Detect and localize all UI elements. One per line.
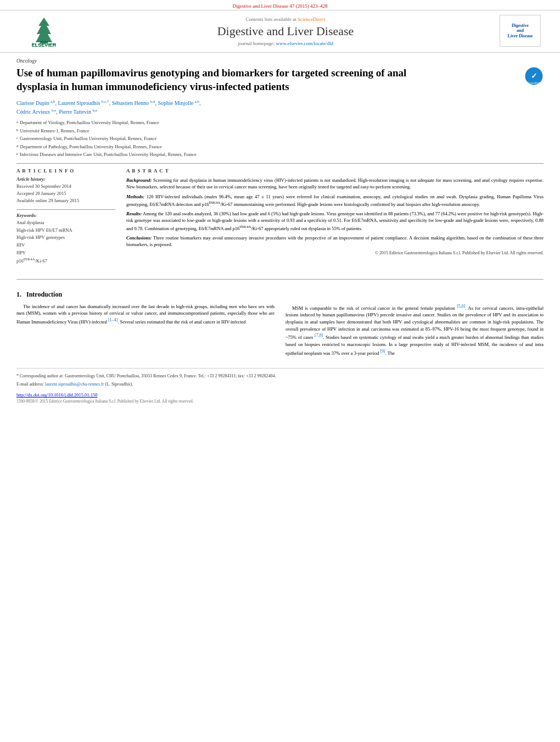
abstract-results: Results: Among the 120 anal swabs analyz… <box>126 210 544 232</box>
sciencedirect-link[interactable]: ScienceDirect <box>298 16 325 22</box>
sciencedirect-prefix: Contents lists available at <box>246 16 296 22</box>
journal-logo-box: DigestiveandLiver Disease <box>500 15 541 47</box>
ref-1-4[interactable]: [1–4] <box>108 317 117 322</box>
divider <box>16 163 544 164</box>
available-date: Available online 29 January 2015 <box>16 197 115 204</box>
introduction-body: The incidence of anal cancer has dramati… <box>16 303 544 360</box>
results-text: Among the 120 anal swabs analyzed, 36 (3… <box>126 211 544 231</box>
journal-header: ELSEVIER ELSEVIER Contents lists availab… <box>0 10 560 53</box>
sciencedirect-info: Contents lists available at ScienceDirec… <box>71 16 500 22</box>
keyword-3: High-risk HPV genotypes <box>16 234 115 242</box>
crossmark-icon[interactable]: ✓ CrossMark <box>524 66 544 86</box>
journal-center-info: Contents lists available at ScienceDirec… <box>71 16 500 46</box>
ref-5-6[interactable]: [5,6] <box>457 304 465 309</box>
issn-text: 1590-8658/© 2015 Editrice Gastroenterolo… <box>16 399 544 404</box>
background-text: Screening for anal dysplasia in human im… <box>126 177 544 189</box>
affiliation-a: a Department of Virology, Pontchaillou U… <box>16 119 544 127</box>
introduction-title: 1. Introduction <box>16 291 544 299</box>
ref-9[interactable]: [9] <box>380 349 385 354</box>
journal-logo-right: DigestiveandLiver Disease <box>500 15 544 48</box>
authors: Clarisse Dupin a,b, Laurent Siproudhis b… <box>16 99 544 116</box>
intro-col-left: The incidence of anal cancer has dramati… <box>16 303 275 360</box>
intro-para-2: MSM is comparable to the risk of cervica… <box>285 303 544 357</box>
affiliation-c: c Gastroenterology Unit, Pontchaillou Un… <box>16 135 544 143</box>
article-history: Article history: Received 30 September 2… <box>16 176 115 204</box>
info-abstract-section: A R T I C L E I N F O Article history: R… <box>16 168 544 271</box>
journal-citation: Digestive and Liver Disease 47 (2015) 42… <box>0 0 560 10</box>
intro-col-right: MSM is comparable to the risk of cervica… <box>285 303 544 360</box>
article-section-label: Oncology <box>16 58 544 64</box>
email-note: E-mail address: laurent.siproudhis@chu-r… <box>16 381 544 388</box>
article-info-title: A R T I C L E I N F O <box>16 168 115 174</box>
elsevier-logo-area: ELSEVIER ELSEVIER <box>16 15 71 48</box>
citation-text: Digestive and Liver Disease 47 (2015) 42… <box>233 3 328 9</box>
homepage-prefix: journal homepage: <box>238 41 275 46</box>
copyright: © 2015 Editrice Gastroenterologica Itali… <box>126 250 544 255</box>
abstract-background: Background: Screening for anal dysplasia… <box>126 177 544 191</box>
svg-text:CrossMark: CrossMark <box>527 81 541 85</box>
journal-title: Digestive and Liver Disease <box>71 24 500 38</box>
keywords-group: Keywords: Anal dysplasia High-risk HPV E… <box>16 213 115 265</box>
journal-homepage: journal homepage: www.elsevier.com/locat… <box>71 41 500 46</box>
conclusions-label: Conclusions: <box>126 235 152 241</box>
doi-link: http://dx.doi.org/10.1016/j.dld.2015.01.… <box>16 392 544 398</box>
keyword-4: HIV <box>16 242 115 249</box>
keyword-6: p16INK4A/Ki-67 <box>16 256 115 265</box>
methods-label: Methods: <box>126 194 144 199</box>
ref-7-8[interactable]: [7,8] <box>315 333 323 338</box>
article-title: Use of human papillomavirus genotyping a… <box>16 66 434 93</box>
keyword-2: High-risk HPV E6/E7 mRNA <box>16 227 115 235</box>
page: Digestive and Liver Disease 47 (2015) 42… <box>0 0 560 742</box>
affiliation-d: d Department of Pathology, Pontchaillou … <box>16 143 544 151</box>
abstract-column: A B S T R A C T Background: Screening fo… <box>126 168 544 271</box>
abstract-methods: Methods: 120 HIV-infected individuals (m… <box>126 193 544 208</box>
keyword-5: HPV <box>16 249 115 257</box>
article-content: Oncology Use of human papillomavirus gen… <box>0 53 560 409</box>
info-divider <box>16 209 115 210</box>
affiliation-b: b Université Rennes-1, Rennes, France <box>16 127 544 135</box>
email-link[interactable]: laurent.siproudhis@chu-rennes.fr <box>45 382 104 387</box>
title-area: Use of human papillomavirus genotyping a… <box>16 66 544 99</box>
intro-para-1: The incidence of anal cancer has dramati… <box>16 303 275 326</box>
affiliations: a Department of Virology, Pontchaillou U… <box>16 119 544 159</box>
received-date: Received 30 September 2014 <box>16 183 115 190</box>
abstract-title: A B S T R A C T <box>126 168 544 174</box>
article-info-column: A R T I C L E I N F O Article history: R… <box>16 168 115 271</box>
introduction-section: 1. Introduction The incidence of anal ca… <box>16 291 544 360</box>
doi-url[interactable]: http://dx.doi.org/10.1016/j.dld.2015.01.… <box>16 392 97 398</box>
methods-text: 120 HIV-infected individuals (males 96.4… <box>126 194 544 207</box>
keywords-label: Keywords: <box>16 213 115 218</box>
elsevier-logo-svg: ELSEVIER <box>19 15 69 45</box>
svg-text:✓: ✓ <box>531 71 537 80</box>
accepted-date: Accepted 20 January 2015 <box>16 190 115 197</box>
corresponding-author-note: * Corresponding author at: Gastroenterol… <box>16 373 544 380</box>
affiliation-e: e Infectious Diseases and Intensive Care… <box>16 151 544 159</box>
footnote-section: * Corresponding author at: Gastroenterol… <box>16 368 544 388</box>
homepage-url[interactable]: www.elsevier.com/locate/dld <box>276 41 333 46</box>
conclusions-text: Three routine biomarkers may avoid unnec… <box>126 235 544 247</box>
background-label: Background: <box>126 177 152 183</box>
history-label: Article history: <box>16 176 115 182</box>
keyword-1: Anal dysplasia <box>16 219 115 227</box>
results-label: Results: <box>126 211 142 216</box>
section-divider <box>16 279 544 280</box>
abstract-conclusions: Conclusions: Three routine biomarkers ma… <box>126 235 544 248</box>
